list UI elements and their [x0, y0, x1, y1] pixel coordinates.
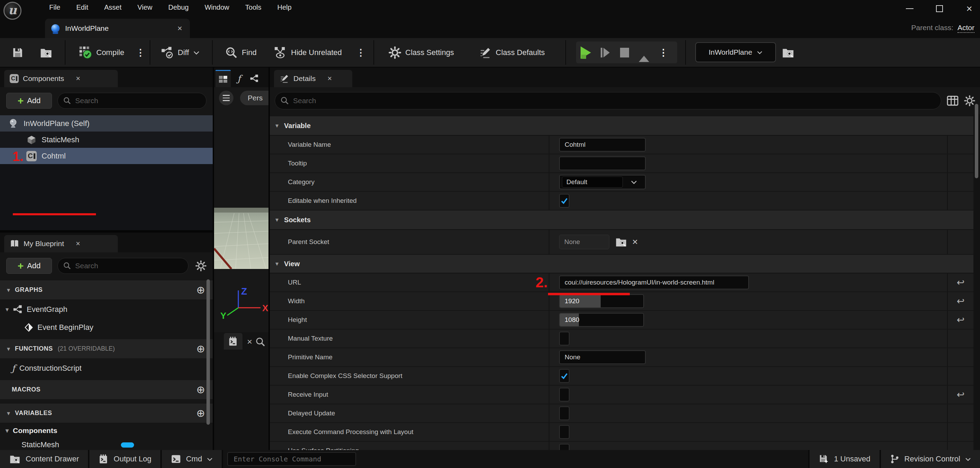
save-button[interactable] — [12, 38, 24, 67]
browse-socket-button[interactable] — [615, 236, 627, 247]
my-blueprint-search[interactable] — [57, 258, 188, 274]
unsaved-button[interactable]: 1 Unsaved — [808, 450, 879, 468]
details-settings-gear-icon[interactable] — [964, 95, 975, 106]
clear-socket-button[interactable]: × — [632, 236, 638, 247]
components-search-input[interactable] — [75, 97, 200, 105]
variable-row-staticmesh[interactable]: StaticMesh — [0, 438, 213, 450]
close-window-button[interactable]: × — [963, 3, 975, 14]
parent-socket-field[interactable]: None — [559, 235, 609, 249]
display-options-icon[interactable] — [947, 95, 959, 106]
add-component-button[interactable]: + Add — [6, 93, 52, 109]
content-drawer-button[interactable]: Content Drawer — [0, 450, 89, 468]
execute-command-processing-checkbox[interactable] — [559, 425, 570, 439]
macros-section-header[interactable]: MACROS ⊕ — [0, 380, 213, 399]
width-spinbox[interactable]: 1920 — [559, 294, 644, 308]
graphs-section-header[interactable]: ▾ GRAPHS ⊕ — [0, 281, 213, 300]
use-surface-partitioning-checkbox[interactable] — [559, 444, 570, 450]
my-blueprint-scrollbar[interactable] — [207, 279, 210, 425]
compile-options-button[interactable]: ⋮ — [136, 38, 145, 67]
menu-window[interactable]: Window — [199, 2, 235, 13]
manual-texture-checkbox[interactable] — [559, 332, 570, 346]
menu-file[interactable]: File — [44, 2, 66, 13]
viewport-3d-scene[interactable] — [214, 208, 269, 269]
output-log-button[interactable]: Output Log — [89, 450, 162, 468]
browse-debug-object-button[interactable] — [781, 38, 795, 67]
browse-asset-button[interactable] — [40, 38, 52, 67]
tab-inworldplane[interactable]: InWorldPlane × — [45, 19, 190, 38]
tab-close-icon[interactable]: × — [176, 24, 184, 33]
parent-class-link[interactable]: Actor — [958, 24, 974, 33]
tree-row-inworldplane-self[interactable]: InWorldPlane (Self) — [0, 115, 213, 132]
list-item-construction-script[interactable]: ƒ ConstructionScript — [0, 359, 213, 377]
tab-event-graph[interactable] — [247, 70, 262, 87]
graph-options-button[interactable]: ⋮ — [356, 38, 366, 67]
enable-complex-css-checkbox[interactable] — [559, 369, 570, 383]
tab-output-panel[interactable] — [224, 333, 242, 350]
eject-button[interactable] — [634, 41, 654, 63]
settings-gear-icon[interactable] — [196, 260, 207, 271]
tab-viewport[interactable] — [215, 70, 231, 87]
functions-section-header[interactable]: ▾ FUNCTIONS (21 OVERRIDABLE) ⊕ — [0, 339, 213, 358]
hide-unrelated-button[interactable]: Hide Unrelated — [274, 38, 342, 67]
my-blueprint-search-input[interactable] — [75, 262, 183, 270]
height-spinbox[interactable]: 1080 — [559, 313, 644, 327]
section-variable[interactable]: ▾ Variable — [270, 116, 974, 136]
components-search[interactable] — [57, 93, 207, 109]
viewport-strip[interactable]: ƒ Pers — [214, 68, 269, 450]
play-options-button[interactable]: ⋮ — [654, 41, 673, 63]
minimize-button[interactable] — [904, 3, 916, 14]
close-icon[interactable]: × — [247, 336, 252, 347]
details-scrollbar-track[interactable] — [974, 114, 980, 450]
url-field[interactable] — [559, 276, 749, 289]
class-defaults-button[interactable]: Class Defaults — [479, 38, 545, 67]
details-search-input[interactable] — [293, 97, 935, 105]
add-variable-icon[interactable]: ⊕ — [196, 407, 205, 419]
frame-skip-button[interactable] — [595, 41, 615, 63]
close-icon[interactable]: × — [75, 239, 82, 248]
menu-debug[interactable]: Debug — [163, 2, 194, 13]
menu-view[interactable]: View — [132, 2, 158, 13]
compile-button[interactable]: Compile — [79, 38, 124, 67]
find-results-icon[interactable] — [256, 337, 265, 347]
cmd-dropdown-button[interactable]: Cmd — [162, 450, 223, 468]
menu-edit[interactable]: Edit — [71, 2, 94, 13]
delayed-update-checkbox[interactable] — [559, 406, 570, 420]
add-function-icon[interactable]: ⊕ — [196, 343, 205, 355]
tab-construction-script[interactable]: ƒ — [231, 70, 247, 87]
add-blueprint-item-button[interactable]: + Add — [6, 258, 52, 274]
tree-row-staticmesh[interactable]: StaticMesh — [0, 132, 213, 148]
list-item-eventgraph[interactable]: ▾ EventGraph — [0, 300, 213, 319]
reset-width-button[interactable]: ↩ — [947, 292, 974, 310]
viewport-menu-button[interactable] — [219, 91, 234, 105]
tab-components[interactable]: C Components × — [4, 70, 118, 87]
console-command-input[interactable] — [227, 452, 356, 466]
play-button[interactable] — [576, 41, 595, 63]
reset-url-button[interactable]: ↩ — [947, 273, 974, 292]
class-settings-button[interactable]: Class Settings — [389, 38, 454, 67]
maximize-button[interactable] — [934, 3, 945, 14]
menu-help[interactable]: Help — [272, 2, 297, 13]
receive-input-checkbox[interactable] — [559, 388, 570, 401]
revision-control-button[interactable]: Revision Control — [880, 450, 980, 468]
variable-type-pill[interactable] — [121, 443, 134, 447]
tree-row-cohtml-selected[interactable]: 1. C Cohtml — [0, 148, 213, 164]
debug-object-dropdown[interactable]: InWorldPlane — [695, 42, 776, 62]
reset-height-button[interactable]: ↩ — [947, 311, 974, 329]
variable-name-field[interactable] — [559, 138, 646, 152]
editable-when-inherited-checkbox[interactable] — [559, 194, 570, 208]
list-item-event-beginplay[interactable]: Event BeginPlay — [0, 319, 213, 336]
section-view[interactable]: ▾ View — [270, 255, 974, 273]
close-icon[interactable]: × — [326, 74, 333, 83]
menu-tools[interactable]: Tools — [240, 2, 267, 13]
find-button[interactable]: Find — [225, 38, 257, 67]
add-graph-icon[interactable]: ⊕ — [196, 284, 205, 296]
reset-receive-input-button[interactable]: ↩ — [947, 386, 974, 404]
tab-my-blueprint[interactable]: My Blueprint × — [4, 235, 118, 252]
primitive-name-field[interactable] — [559, 350, 646, 364]
perspective-button[interactable]: Pers — [240, 91, 269, 105]
menu-asset[interactable]: Asset — [99, 2, 127, 13]
variables-section-header[interactable]: ▾ VARIABLES ⊕ — [0, 404, 213, 423]
tab-details[interactable]: Details × — [274, 70, 352, 87]
category-dropdown[interactable]: Default — [559, 175, 646, 189]
section-sockets[interactable]: ▾ Sockets — [270, 211, 974, 230]
